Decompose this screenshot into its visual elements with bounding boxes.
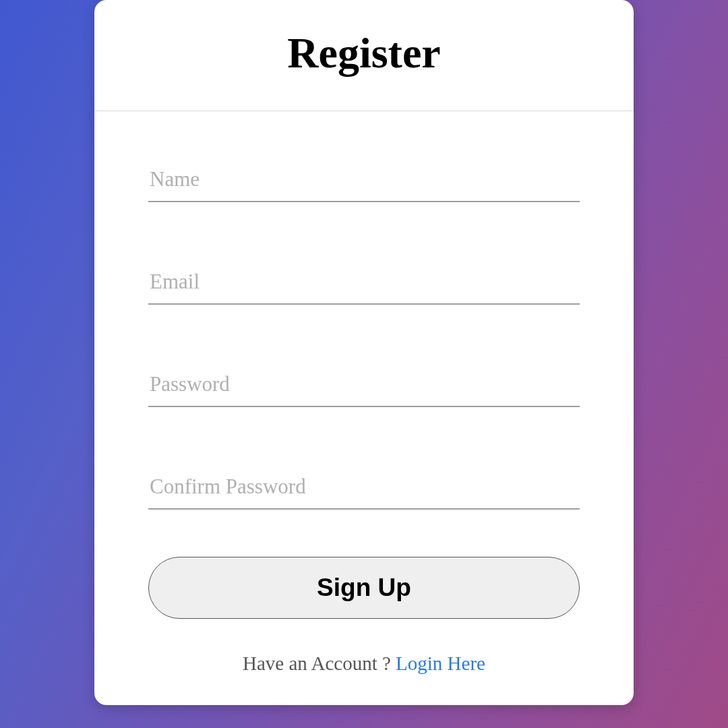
- signup-button[interactable]: Sign Up: [148, 557, 580, 619]
- footer-prompt: Have an Account ?: [243, 653, 396, 674]
- password-field[interactable]: [148, 367, 580, 407]
- register-form: Sign Up Have an Account ? Login Here: [94, 111, 634, 675]
- email-field[interactable]: [148, 264, 580, 305]
- name-field[interactable]: [148, 162, 580, 202]
- register-card: Register Sign Up Have an Account ? Login…: [94, 0, 634, 705]
- confirm-password-field[interactable]: [148, 469, 580, 510]
- card-header: Register: [94, 0, 634, 111]
- page-title: Register: [94, 28, 634, 78]
- login-link[interactable]: Login Here: [396, 653, 485, 674]
- footer-text: Have an Account ? Login Here: [148, 653, 580, 675]
